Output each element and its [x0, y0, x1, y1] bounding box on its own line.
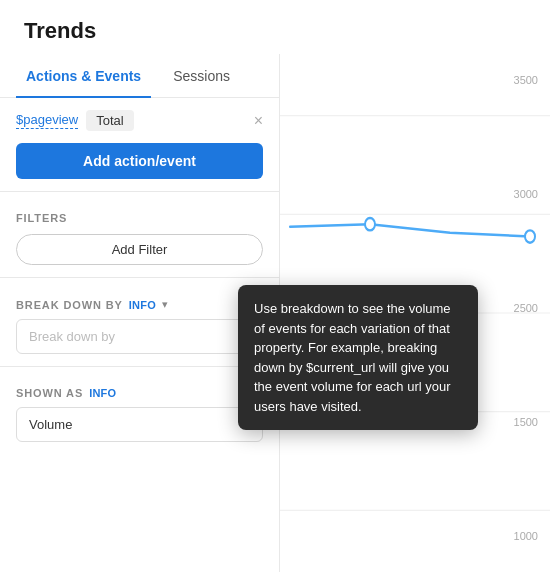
- divider-2: [0, 277, 279, 278]
- action-row: $pageview Total ×: [0, 98, 279, 139]
- filters-label: FILTERS: [0, 204, 279, 230]
- shown-as-label: SHOWN AS: [16, 387, 83, 399]
- close-button[interactable]: ×: [254, 113, 263, 129]
- y-label-3000: 3000: [514, 188, 538, 200]
- shown-as-dropdown[interactable]: Volume ▾: [16, 407, 263, 442]
- breakdown-arrow: ▾: [162, 298, 168, 311]
- shown-as-info[interactable]: INFO: [89, 387, 116, 399]
- y-label-1000: 1000: [514, 530, 538, 542]
- divider-1: [0, 191, 279, 192]
- breakdown-placeholder: Break down by: [29, 329, 115, 344]
- y-label-2500: 2500: [514, 302, 538, 314]
- tab-actions-events[interactable]: Actions & Events: [16, 54, 151, 98]
- tab-bar: Actions & Events Sessions: [0, 54, 279, 98]
- breakdown-dropdown[interactable]: Break down by ▾: [16, 319, 263, 354]
- add-filter-button[interactable]: Add Filter: [16, 234, 263, 265]
- breakdown-info[interactable]: INFO: [129, 299, 156, 311]
- tooltip-text: Use breakdown to see the volume of event…: [254, 301, 451, 414]
- page-title: Trends: [0, 0, 550, 54]
- y-label-1500: 1500: [514, 416, 538, 428]
- total-badge: Total: [86, 110, 133, 131]
- y-label-3500: 3500: [514, 74, 538, 86]
- tab-sessions[interactable]: Sessions: [163, 54, 240, 98]
- breakdown-label: BREAK DOWN BY: [16, 299, 123, 311]
- svg-point-5: [365, 218, 375, 230]
- pageview-badge[interactable]: $pageview: [16, 112, 78, 129]
- y-axis-labels: 3500 3000 2500 1500 1000: [514, 54, 538, 572]
- breakdown-tooltip: Use breakdown to see the volume of event…: [238, 285, 478, 430]
- add-action-event-button[interactable]: Add action/event: [16, 143, 263, 179]
- shown-as-value: Volume: [29, 417, 72, 432]
